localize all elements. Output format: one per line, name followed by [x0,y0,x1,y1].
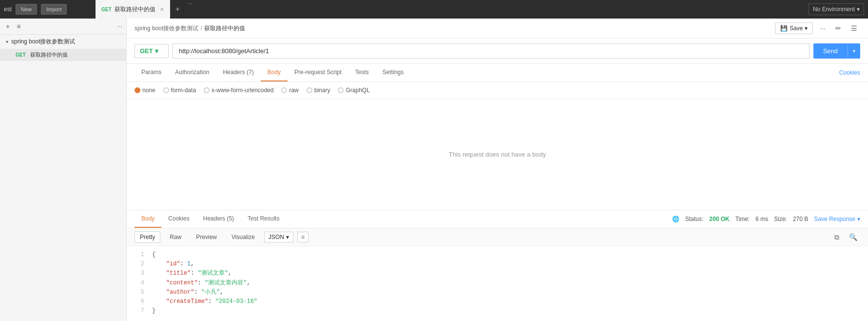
top-bar: est New Import GET 获取路径中的值 × + ··· No En… [0,0,868,19]
json-line-2: 2 "id": 1, [135,260,860,269]
radio-graphql-dot [338,87,344,93]
json-line-6: 6 "createTime": "2024-03-16" [135,297,860,306]
radio-form-data-label: form-data [171,87,196,94]
tab-authorization[interactable]: Authorization [168,64,216,81]
cookies-link[interactable]: Cookies [839,69,860,76]
radio-binary-label: binary [314,87,330,94]
radio-raw[interactable]: raw [281,87,298,94]
save-response-chevron-icon: ▾ [857,216,860,222]
breadcrumb-current: 获取路径中的值 [204,24,245,33]
send-label: Send [813,43,848,59]
response-actions: ⧉ 🔍 [831,232,860,242]
radio-urlencoded-label: x-www-form-urlencoded [212,87,273,94]
response-area: Body Cookies Headers (5) Test Results 🌐 … [127,210,868,321]
tab-close-icon[interactable]: × [160,5,164,13]
url-input[interactable] [173,43,810,59]
wrap-icon: ≡ [301,234,305,241]
tab-tests[interactable]: Tests [348,64,376,81]
format-preview[interactable]: Preview [191,231,222,243]
save-icon: 💾 [780,25,788,32]
time-value: 6 ms [755,216,768,222]
radio-none-label: none [142,87,155,94]
env-chevron-icon: ▾ [857,6,860,13]
size-value: 270 B [793,216,808,222]
send-button[interactable]: Send ▾ [813,43,860,59]
breadcrumb-parent: spring boot接收参数测试 [135,24,198,33]
breadcrumb: spring boot接收参数测试 / 获取路径中的值 [135,24,245,33]
new-button[interactable]: New [16,4,37,15]
format-pretty[interactable]: Pretty [135,231,160,243]
response-tabs: Body Cookies Headers (5) Test Results 🌐 … [127,210,868,228]
tab-name: 获取路径中的值 [115,5,155,14]
tab-settings[interactable]: Settings [376,64,410,81]
radio-form-data[interactable]: form-data [163,87,196,94]
environment-selector[interactable]: No Environment ▾ [809,3,864,15]
active-tab[interactable]: GET 获取路径中的值 × [96,0,171,19]
radio-graphql[interactable]: GraphQL [338,87,369,94]
radio-form-data-dot [163,87,169,93]
save-response-button[interactable]: Save Response ▾ [814,216,860,222]
save-button[interactable]: 💾 Save ▾ [775,22,813,34]
method-selector[interactable]: GET ▾ [135,44,169,58]
save-chevron-icon: ▾ [805,25,808,32]
content-area: spring boot接收参数测试 / 获取路径中的值 💾 Save ▾ ···… [127,19,868,321]
new-tab-button[interactable]: + [171,0,185,19]
tab-pre-request[interactable]: Pre-request Script [288,64,348,81]
sidebar-toolbar: + ≡ ··· [0,19,126,35]
format-raw[interactable]: Raw [164,231,187,243]
body-options: none form-data x-www-form-urlencoded raw… [127,82,868,99]
radio-none-dot [135,87,140,93]
header-more-button[interactable]: ··· [817,22,829,34]
json-line-1: 1 { [135,250,860,260]
tab-method: GET [101,7,112,12]
request-name: 获取路径中的值 [30,51,68,59]
method-chevron-icon: ▾ [155,47,158,55]
save-response-label: Save Response [814,216,855,222]
radio-raw-dot [281,87,287,93]
request-item[interactable]: GET 获取路径中的值 [0,49,126,61]
wrap-button[interactable]: ≡ [297,232,309,242]
radio-none[interactable]: none [135,87,155,94]
format-visualize[interactable]: Visualize [226,231,260,243]
sidebar-add-button[interactable]: + [4,21,12,31]
sidebar-more-button[interactable]: ··· [117,23,122,30]
globe-icon: 🌐 [672,216,679,222]
resp-tab-body[interactable]: Body [135,210,161,228]
tab-params[interactable]: Params [135,64,168,81]
collection-item[interactable]: ▾ spring boot接收参数测试 [0,35,126,49]
method-label: GET [140,47,153,55]
tabs-more-button[interactable]: ··· [185,0,195,19]
header-edit-button[interactable]: ✏ [832,22,844,34]
app-name: est [4,6,12,13]
json-format-label: JSON [269,234,284,241]
size-label: Size: [774,216,787,222]
json-format-selector[interactable]: JSON ▾ [264,232,293,242]
radio-binary[interactable]: binary [307,87,330,94]
request-tabs: Params Authorization Headers (7) Body Pr… [127,64,868,82]
resp-tab-test-results[interactable]: Test Results [241,210,286,228]
copy-response-button[interactable]: ⧉ [831,232,842,242]
response-status-bar: 🌐 Status: 200 OK Time: 6 ms Size: 270 B … [672,216,860,222]
json-line-7: 7 } [135,306,860,316]
resp-tab-cookies[interactable]: Cookies [161,210,196,228]
request-method-label: GET [16,52,27,58]
resp-tab-headers[interactable]: Headers (5) [196,210,241,228]
send-chevron-icon[interactable]: ▾ [848,44,860,58]
json-line-5: 5 "author": "小凡", [135,288,860,297]
header-info-button[interactable]: ☰ [848,22,860,34]
save-label: Save [790,25,803,32]
search-response-button[interactable]: 🔍 [846,232,860,242]
radio-urlencoded[interactable]: x-www-form-urlencoded [204,87,273,94]
tab-headers[interactable]: Headers (7) [216,64,260,81]
sidebar: + ≡ ··· ▾ spring boot接收参数测试 GET 获取路径中的值 [0,19,127,321]
breadcrumb-separator: / [200,25,202,32]
header-actions: 💾 Save ▾ ··· ✏ ☰ [775,22,860,34]
collection-chevron-icon: ▾ [6,39,8,44]
radio-urlencoded-dot [204,87,210,93]
body-empty-message: This request does not have a body [127,99,868,210]
import-button[interactable]: Import [41,4,67,15]
tab-body[interactable]: Body [261,64,288,81]
status-label: Status: [685,216,703,222]
tab-bar: GET 获取路径中的值 × + ··· [96,0,805,19]
sidebar-organize-button[interactable]: ≡ [15,21,22,31]
